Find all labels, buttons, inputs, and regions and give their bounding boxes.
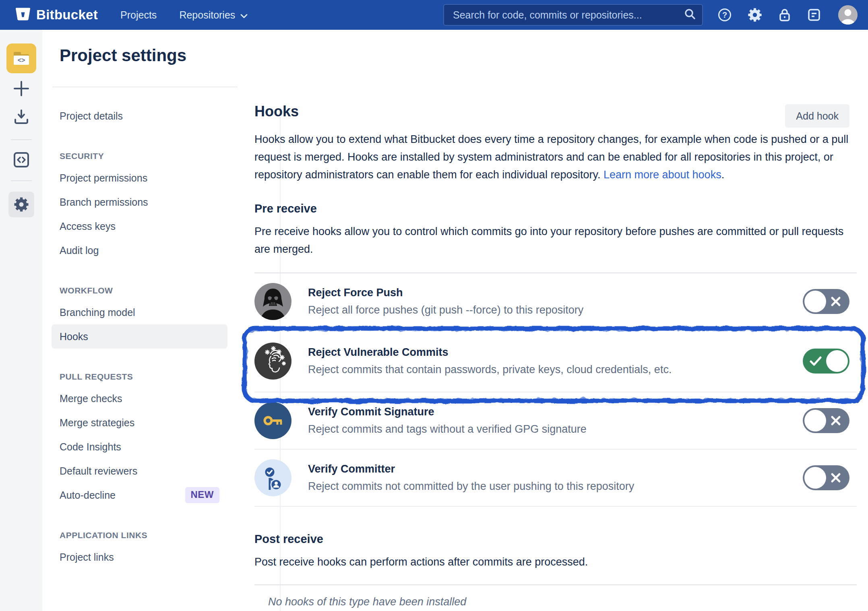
page-title: Project settings <box>60 46 186 65</box>
menu-repositories[interactable]: Repositories <box>179 9 248 21</box>
project-avatar-icon[interactable]: <> <box>6 43 36 73</box>
hook-row-reject-vulnerable-commits: Reject Vulnerable Commits Reject commits… <box>254 330 857 392</box>
search-icon[interactable] <box>684 8 696 22</box>
pre-receive-description: Pre receive hooks allow you to control w… <box>254 223 857 258</box>
svg-text:?: ? <box>722 10 727 19</box>
hook-description: Reject all force pushes (git push --forc… <box>308 304 583 316</box>
toggle-x-icon <box>831 296 841 307</box>
hook-description: Reject commits and tags without a verifi… <box>308 423 587 436</box>
nav-item-audit-log[interactable]: Audit log <box>52 238 227 262</box>
svg-text:<>: <> <box>17 57 25 64</box>
nav-item-hooks[interactable]: Hooks <box>52 324 227 349</box>
toggle-x-icon <box>831 473 841 483</box>
navbar-right: ? <box>443 4 858 26</box>
nav-header-pull-requests: PULL REQUESTS <box>52 362 227 386</box>
sidebar-divider <box>11 139 32 140</box>
hook-texts: Verify Committer Reject commits not comm… <box>308 463 634 493</box>
hook-description: Reject commits that contain passwords, p… <box>308 363 672 376</box>
learn-more-link[interactable]: Learn more about hooks <box>603 169 721 181</box>
pre-receive-title: Pre receive <box>254 202 857 215</box>
new-badge: NEW <box>185 487 220 503</box>
download-icon[interactable] <box>13 109 29 125</box>
nav-item-code-insights[interactable]: Code Insights <box>52 435 227 459</box>
post-receive-description: Post receive hooks can perform actions a… <box>254 553 857 571</box>
nav-item-project-details[interactable]: Project details <box>52 104 227 128</box>
app-sidebar: <> <box>0 30 42 611</box>
toggle-x-icon <box>831 415 841 426</box>
toggle-knob <box>826 350 848 372</box>
hook-title: Verify Commit Signature <box>308 406 587 418</box>
create-plus-icon[interactable] <box>12 80 30 97</box>
bitbucket-brand[interactable]: Bitbucket <box>15 7 98 23</box>
toggle-knob <box>804 467 826 489</box>
search-input[interactable] <box>453 9 684 21</box>
hook-description: Reject commits not committed by the user… <box>308 480 634 493</box>
nav-item-access-keys[interactable]: Access keys <box>52 214 227 238</box>
hook-row-reject-force-push: Reject Force Push Reject all force pushe… <box>254 273 857 330</box>
intro-period: . <box>721 169 725 181</box>
hooks-intro-text: Hooks allow you to extend what Bitbucket… <box>254 133 848 181</box>
title-divider <box>52 87 238 87</box>
nav-item-default-reviewers[interactable]: Default reviewers <box>52 459 227 483</box>
nav-item-branch-permissions[interactable]: Branch permissions <box>52 190 227 214</box>
darth-vader-avatar-icon <box>254 283 291 320</box>
nav-item-branching-model[interactable]: Branching model <box>52 300 227 324</box>
gear-icon[interactable] <box>747 7 763 23</box>
hook-texts: Reject Force Push Reject all force pushe… <box>308 287 583 316</box>
menu-repositories-label: Repositories <box>179 9 235 21</box>
settings-nav: Project details SECURITY Project permiss… <box>52 104 227 569</box>
pre-receive-hook-list: Reject Force Push Reject all force pushe… <box>254 272 857 507</box>
chevron-down-icon <box>240 9 248 21</box>
top-navbar: Bitbucket Projects Repositories ? <box>0 0 868 30</box>
committer-branch-avatar-icon <box>254 459 291 496</box>
code-icon[interactable] <box>13 151 30 168</box>
brand-name: Bitbucket <box>36 7 98 23</box>
search-box[interactable] <box>443 4 703 26</box>
navbar-menu: Projects Repositories <box>120 9 248 21</box>
nav-header-workflow: WORKFLOW <box>52 276 227 300</box>
gold-key-avatar-icon <box>254 402 291 439</box>
nav-item-merge-strategies[interactable]: Merge strategies <box>52 411 227 435</box>
toggle-knob <box>804 410 826 431</box>
toggle-knob <box>804 291 826 312</box>
toggle-verify-commit-signature[interactable] <box>803 408 849 433</box>
hook-title: Verify Committer <box>308 463 634 475</box>
hook-title: Reject Force Push <box>308 287 583 299</box>
nav-header-application-links: APPLICATION LINKS <box>52 521 227 545</box>
sidebar-divider <box>11 180 32 181</box>
settings-gear-icon-selected[interactable] <box>8 192 34 217</box>
hooks-content: Hooks Add hook Hooks allow you to extend… <box>254 30 857 608</box>
lock-icon[interactable] <box>778 8 792 22</box>
nav-item-project-links[interactable]: Project links <box>52 545 227 569</box>
toggle-check-icon <box>810 356 822 366</box>
nav-item-auto-decline-label: Auto-decline <box>60 489 116 501</box>
hooks-intro: Hooks allow you to extend what Bitbucket… <box>254 130 857 184</box>
toggle-verify-committer[interactable] <box>803 465 849 490</box>
hooks-heading: Hooks <box>254 103 857 120</box>
hook-title: Reject Vulnerable Commits <box>308 346 672 359</box>
hook-row-verify-commit-signature: Verify Commit Signature Reject commits a… <box>254 392 857 450</box>
hook-texts: Reject Vulnerable Commits Reject commits… <box>308 346 672 376</box>
bitbucket-logo-icon <box>15 7 31 23</box>
hook-row-verify-committer: Verify Committer Reject commits not comm… <box>254 450 857 507</box>
nav-header-security: SECURITY <box>52 142 227 166</box>
navbar-icon-group: ? <box>717 7 821 23</box>
post-receive-empty-message: No hooks of this type have been installe… <box>254 596 857 608</box>
settings-panel: Project settings Project details SECURIT… <box>42 30 238 611</box>
hook-texts: Verify Commit Signature Reject commits a… <box>308 406 587 436</box>
post-receive-title: Post receive <box>254 533 857 546</box>
nav-item-auto-decline[interactable]: Auto-decline NEW <box>52 483 227 507</box>
nav-item-merge-checks[interactable]: Merge checks <box>52 386 227 411</box>
woman-face-avatar-icon <box>254 343 291 380</box>
nav-item-project-permissions[interactable]: Project permissions <box>52 166 227 190</box>
toggle-reject-vulnerable-commits[interactable] <box>803 349 849 374</box>
feedback-icon[interactable] <box>807 8 821 22</box>
user-avatar[interactable] <box>838 5 858 25</box>
menu-projects[interactable]: Projects <box>120 9 157 21</box>
toggle-reject-force-push[interactable] <box>803 289 849 314</box>
post-receive-divider <box>254 584 857 585</box>
add-hook-button[interactable]: Add hook <box>785 104 849 128</box>
help-icon[interactable]: ? <box>717 8 732 22</box>
